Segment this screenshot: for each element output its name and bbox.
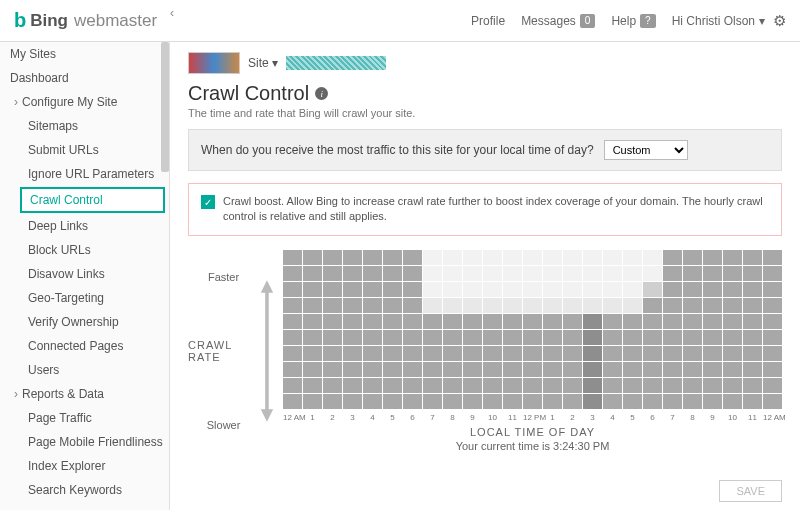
- sidebar-item-my-sites[interactable]: My Sites: [0, 42, 169, 66]
- sidebar-item-reports-data[interactable]: Reports & Data: [0, 382, 169, 406]
- crawl-cell[interactable]: [743, 266, 762, 281]
- crawl-cell[interactable]: [503, 330, 522, 345]
- crawl-cell[interactable]: [343, 250, 362, 265]
- crawl-cell[interactable]: [763, 282, 782, 297]
- crawl-cell[interactable]: [723, 250, 742, 265]
- crawl-cell[interactable]: [363, 362, 382, 377]
- crawl-cell[interactable]: [683, 330, 702, 345]
- crawl-cell[interactable]: [283, 378, 302, 393]
- crawl-cell[interactable]: [403, 282, 422, 297]
- crawl-cell[interactable]: [363, 330, 382, 345]
- crawl-cell[interactable]: [523, 298, 542, 313]
- crawl-cell[interactable]: [463, 266, 482, 281]
- sidebar-item-crawl-control[interactable]: Crawl Control: [20, 187, 165, 213]
- crawl-cell[interactable]: [683, 314, 702, 329]
- crawl-cell[interactable]: [523, 250, 542, 265]
- crawl-cell[interactable]: [323, 314, 342, 329]
- crawl-cell[interactable]: [483, 282, 502, 297]
- crawl-cell[interactable]: [603, 346, 622, 361]
- crawl-cell[interactable]: [503, 314, 522, 329]
- crawl-cell[interactable]: [523, 378, 542, 393]
- crawl-cell[interactable]: [423, 282, 442, 297]
- crawl-cell[interactable]: [443, 330, 462, 345]
- crawl-cell[interactable]: [563, 266, 582, 281]
- info-icon[interactable]: i: [315, 87, 328, 100]
- crawl-cell[interactable]: [743, 282, 762, 297]
- crawl-cell[interactable]: [503, 378, 522, 393]
- sidebar-collapse-icon[interactable]: ‹: [170, 6, 174, 20]
- crawl-cell[interactable]: [283, 250, 302, 265]
- crawl-cell[interactable]: [543, 250, 562, 265]
- crawl-cell[interactable]: [323, 330, 342, 345]
- sidebar-item-block-urls[interactable]: Block URLs: [0, 238, 169, 262]
- crawl-cell[interactable]: [663, 394, 682, 409]
- crawl-cell[interactable]: [283, 330, 302, 345]
- crawl-cell[interactable]: [703, 362, 722, 377]
- crawl-cell[interactable]: [723, 362, 742, 377]
- crawl-cell[interactable]: [583, 250, 602, 265]
- sidebar-item-disavow-links[interactable]: Disavow Links: [0, 262, 169, 286]
- crawl-cell[interactable]: [383, 250, 402, 265]
- crawl-cell[interactable]: [503, 362, 522, 377]
- crawl-cell[interactable]: [683, 266, 702, 281]
- crawl-rate-grid[interactable]: [283, 250, 782, 409]
- crawl-cell[interactable]: [463, 394, 482, 409]
- crawl-cell[interactable]: [743, 362, 762, 377]
- crawl-cell[interactable]: [363, 314, 382, 329]
- crawl-cell[interactable]: [603, 314, 622, 329]
- crawl-cell[interactable]: [703, 314, 722, 329]
- sidebar-item-search-keywords[interactable]: Search Keywords: [0, 478, 169, 502]
- crawl-cell[interactable]: [523, 266, 542, 281]
- crawl-cell[interactable]: [643, 362, 662, 377]
- crawl-cell[interactable]: [543, 298, 562, 313]
- crawl-cell[interactable]: [323, 250, 342, 265]
- crawl-cell[interactable]: [363, 298, 382, 313]
- crawl-cell[interactable]: [563, 282, 582, 297]
- crawl-cell[interactable]: [663, 298, 682, 313]
- crawl-cell[interactable]: [583, 362, 602, 377]
- crawl-cell[interactable]: [603, 394, 622, 409]
- sidebar-item-sitemaps[interactable]: Sitemaps: [0, 114, 169, 138]
- crawl-cell[interactable]: [723, 266, 742, 281]
- crawl-cell[interactable]: [583, 346, 602, 361]
- crawl-cell[interactable]: [323, 394, 342, 409]
- crawl-cell[interactable]: [643, 298, 662, 313]
- crawl-cell[interactable]: [403, 266, 422, 281]
- crawl-cell[interactable]: [703, 394, 722, 409]
- crawl-cell[interactable]: [303, 394, 322, 409]
- crawl-cell[interactable]: [423, 314, 442, 329]
- crawl-cell[interactable]: [743, 394, 762, 409]
- sidebar-item-page-traffic[interactable]: Page Traffic: [0, 406, 169, 430]
- crawl-cell[interactable]: [703, 378, 722, 393]
- crawl-cell[interactable]: [683, 394, 702, 409]
- crawl-cell[interactable]: [403, 298, 422, 313]
- crawl-cell[interactable]: [483, 362, 502, 377]
- crawl-cell[interactable]: [303, 282, 322, 297]
- crawl-cell[interactable]: [383, 394, 402, 409]
- crawl-cell[interactable]: [623, 362, 642, 377]
- crawl-cell[interactable]: [443, 362, 462, 377]
- crawl-cell[interactable]: [343, 394, 362, 409]
- sidebar-item-index-explorer[interactable]: Index Explorer: [0, 454, 169, 478]
- crawl-cell[interactable]: [543, 266, 562, 281]
- crawl-cell[interactable]: [743, 378, 762, 393]
- crawl-cell[interactable]: [563, 362, 582, 377]
- crawl-cell[interactable]: [383, 282, 402, 297]
- crawl-cell[interactable]: [483, 250, 502, 265]
- crawl-cell[interactable]: [303, 330, 322, 345]
- crawl-cell[interactable]: [403, 362, 422, 377]
- sidebar-item-page-mobile-friendliness[interactable]: Page Mobile Friendliness: [0, 430, 169, 454]
- crawl-cell[interactable]: [563, 330, 582, 345]
- crawl-cell[interactable]: [463, 250, 482, 265]
- crawl-cell[interactable]: [623, 394, 642, 409]
- crawl-cell[interactable]: [283, 266, 302, 281]
- crawl-cell[interactable]: [703, 266, 722, 281]
- crawl-cell[interactable]: [583, 298, 602, 313]
- crawl-cell[interactable]: [463, 314, 482, 329]
- crawl-cell[interactable]: [483, 346, 502, 361]
- crawl-cell[interactable]: [283, 298, 302, 313]
- crawl-cell[interactable]: [763, 394, 782, 409]
- crawl-cell[interactable]: [563, 394, 582, 409]
- crawl-cell[interactable]: [643, 378, 662, 393]
- sidebar-item-deep-links[interactable]: Deep Links: [0, 214, 169, 238]
